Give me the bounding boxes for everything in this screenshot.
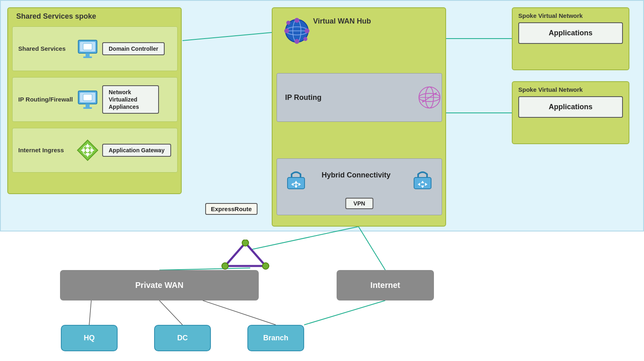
gateway-icon [75,138,100,162]
applications-1-label: Applications [518,22,623,44]
endpoint-branch: Branch [247,325,304,351]
ip-routing-label: IP Routing [285,93,417,102]
lock-icon-right [411,167,434,192]
ip-routing-box: IP Routing [277,73,442,122]
svg-point-37 [286,21,290,25]
ss-label-2: IP Routing/Firewall [13,95,75,104]
ip-routing-firewall-row: IP Routing/Firewall Network Virtualized … [12,77,178,122]
internet-ingress-row: Internet Ingress Application [12,128,178,173]
svg-point-61 [222,263,228,269]
shared-services-spoke-title: Shared Services spoke [16,12,96,21]
lock-icon-left: ✛ [284,167,308,192]
expressroute-label: ExpressRoute [205,203,258,215]
svg-point-34 [305,28,309,33]
spoke-vnet-1-title: Spoke Virtual Network [518,12,623,19]
svg-point-60 [262,263,269,269]
svg-point-33 [284,28,289,33]
private-wan-label: Private WAN [135,281,184,290]
vwan-globe-icon [281,16,313,50]
spoke-vnet-2-title: Spoke Virtual Network [518,86,623,93]
triangle-network-icon [221,240,270,274]
branch-label: Branch [263,334,288,342]
endpoint-dc: DC [154,325,211,351]
svg-point-35 [294,18,299,23]
vwan-hub-title: Virtual WAN Hub [313,17,371,26]
svg-rect-13 [86,53,90,56]
network-virtualized-label: Network Virtualized Appliances [102,85,159,114]
dc-label: DC [177,334,188,342]
vwan-hub: Virtual WAN Hub IP Routing Hybrid Connec… [272,7,446,227]
internet-box: Internet [337,270,434,300]
monitor-icon-1 [75,37,100,61]
shared-services-row: Shared Services Domain Controller [12,26,178,71]
ss-label-1: Shared Services [13,45,75,53]
svg-rect-17 [83,94,92,101]
ip-routing-icon [417,85,442,110]
svg-rect-14 [83,56,92,58]
svg-rect-12 [83,43,92,50]
hybrid-connectivity-title: Hybrid Connectivity [322,171,391,179]
shared-services-spoke: Shared Services spoke Shared Services Do… [7,7,182,194]
ss-label-3: Internet Ingress [13,146,75,154]
domain-controller-label: Domain Controller [102,42,165,55]
monitor-icon-2 [75,87,100,112]
endpoint-hq: HQ [61,325,118,351]
svg-rect-18 [86,104,90,107]
private-wan-box: Private WAN [60,270,259,300]
applications-2-label: Applications [518,96,623,118]
svg-point-59 [242,240,249,246]
vpn-badge: VPN [346,198,374,209]
spoke-vnet-1: Spoke Virtual Network Applications [512,7,629,70]
hq-label: HQ [84,334,95,342]
application-gateway-label: Application Gateway [102,144,171,157]
svg-rect-19 [83,107,92,109]
internet-label: Internet [370,281,400,290]
hybrid-connectivity-box: Hybrid Connectivity ✛ [277,158,442,215]
svg-point-38 [303,37,307,41]
svg-point-36 [294,39,299,44]
spoke-vnet-2: Spoke Virtual Network Applications [512,81,629,144]
